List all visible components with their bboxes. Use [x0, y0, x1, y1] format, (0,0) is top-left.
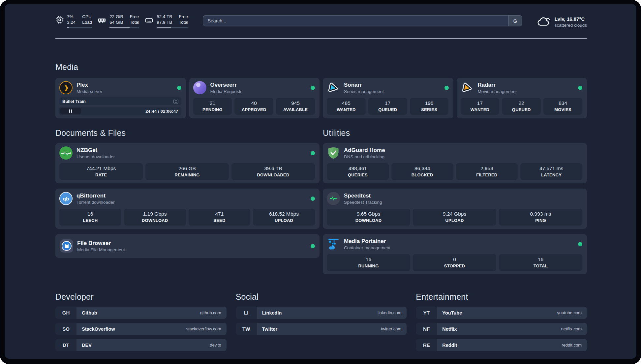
stat-value: 9.24 Gbps — [414, 211, 495, 217]
app-card-plex[interactable]: ❯ Plex Media server Bullet Train 24:44 /… — [55, 78, 186, 118]
stat-tile: 17 QUEUED — [368, 98, 407, 115]
disk-free-value: 52.4 TB — [157, 14, 172, 19]
ram-free-value: 22 GiB — [109, 14, 123, 19]
stat-value: 945 — [277, 100, 314, 106]
ram-icon — [97, 15, 107, 25]
bookmark-link[interactable]: RE Reddit reddit.com — [416, 339, 587, 351]
stat-label: LATENCY — [522, 172, 581, 178]
session-settings-icon[interactable] — [173, 99, 178, 104]
pause-button[interactable] — [60, 108, 81, 114]
stat-value: 1.19 Gbps — [125, 211, 185, 217]
cpu-label: CPU — [82, 14, 92, 19]
search-input[interactable] — [203, 15, 508, 26]
bookmark-url: netflix.com — [561, 326, 582, 331]
stat-tile: 47.571 ms LATENCY — [520, 163, 582, 180]
stat-value: 22 — [503, 100, 539, 106]
stat-label: WANTED — [462, 107, 498, 112]
disk-free-label: Free — [179, 14, 188, 19]
bookmark-name: Netflix — [442, 326, 457, 332]
bookmark-abbr: LI — [236, 307, 257, 319]
stat-tile: 9.24 Gbps UPLOAD — [413, 209, 496, 226]
stat-label: APPROVED — [236, 107, 272, 112]
bookmark-name: Github — [82, 310, 97, 316]
bookmark-abbr: SO — [55, 323, 76, 335]
social-section: Social LI LinkedIn linkedin.com TW Twitt… — [236, 292, 407, 351]
app-card-filebrowser[interactable]: File Browser Media File Management — [55, 234, 320, 258]
stat-value: 2,953 — [457, 165, 517, 172]
app-card-overseerr[interactable]: Overseerr Media Requests 21 PENDING 40 A… — [189, 78, 320, 118]
stat-value: 17 — [370, 100, 406, 106]
section-title-utilities: Utilities — [323, 128, 587, 138]
status-dot — [311, 244, 315, 248]
disk-total-label: Total — [179, 19, 188, 25]
stat-tile: 16 RUNNING — [327, 254, 410, 271]
bookmark-link[interactable]: DT DEV dev.to — [55, 339, 227, 351]
app-name: Media Portainer — [344, 238, 575, 245]
dashboard-panel: 7%3.24 CPULoad 22 GiB64 GiB — [5, 4, 636, 359]
stat-value: 498,461 — [328, 165, 387, 172]
weather-condition: scattered clouds — [555, 22, 587, 28]
stat-tiles: 9.65 Gbps DOWNLOAD 9.24 Gbps UPLOAD 0.99… — [327, 209, 582, 226]
stat-value: 9.65 Gbps — [328, 211, 409, 217]
entertainment-section: Entertainment YT YouTube youtube.com NF … — [416, 292, 587, 351]
stat-value: 618.52 Mbps — [254, 211, 314, 217]
bookmark-link[interactable]: SO StackOverflow stackoverflow.com — [55, 323, 227, 335]
speedtest-icon — [327, 192, 340, 205]
app-name: Sonarr — [344, 81, 442, 88]
ram-total-value: 64 GiB — [109, 19, 123, 25]
app-description: Torrent downloader — [76, 199, 308, 205]
status-dot — [311, 86, 315, 90]
app-name: NZBGet — [76, 147, 308, 154]
bookmark-link[interactable]: NF Netflix netflix.com — [416, 323, 587, 335]
cpu-progress-bar — [67, 27, 92, 28]
stat-tile: 21 PENDING — [193, 98, 232, 115]
bookmark-link[interactable]: TW Twitter twitter.com — [236, 323, 407, 335]
cpu-stat: 7%3.24 CPULoad — [55, 14, 92, 28]
stat-tiles: 21 PENDING 40 APPROVED 945 AVAILABLE — [193, 98, 315, 115]
app-card-radarr[interactable]: Radarr Movie management 17 WANTED 22 QUE… — [457, 78, 587, 118]
app-description: Media File Management — [77, 247, 308, 253]
status-dot — [311, 151, 315, 155]
bookmark-name: DEV — [82, 343, 92, 348]
app-card-speedtest[interactable]: Speedtest Speedtest Tracking 9.65 Gbps D… — [323, 189, 587, 229]
section-title-entertainment: Entertainment — [416, 292, 587, 302]
ram-stat: 22 GiB64 GiB FreeTotal — [97, 14, 139, 28]
stat-value: 0 — [414, 256, 495, 263]
stat-value: 16 — [328, 256, 409, 263]
app-description: Container management — [344, 245, 575, 251]
bookmark-url: dev.to — [210, 343, 221, 348]
entertainment-bookmarks: YT YouTube youtube.com NF Netflix netfli… — [416, 307, 587, 351]
filebrowser-icon — [60, 239, 73, 253]
stat-tile: 945 AVAILABLE — [276, 98, 315, 115]
stat-label: DOWNLOAD — [125, 218, 185, 223]
app-card-sonarr[interactable]: Sonarr Series management 485 WANTED 17 Q… — [323, 78, 453, 118]
search-provider-button[interactable]: G — [508, 15, 522, 26]
search-bar[interactable]: G — [203, 15, 522, 26]
app-description: Speedtest Tracking — [344, 199, 582, 205]
app-card-adguard[interactable]: AdGuard Home DNS and adblocking 498,461 … — [323, 143, 587, 183]
window-frame: 7%3.24 CPULoad 22 GiB64 GiB — [0, 0, 641, 364]
bookmark-link[interactable]: GH Github github.com — [55, 307, 227, 319]
stat-tile: 22 QUEUED — [502, 98, 541, 115]
stat-tiles: 498,461 QUERIES 86,384 BLOCKED 2,953 FIL… — [327, 163, 582, 180]
cpu-icon — [55, 15, 64, 24]
stat-label: SEED — [190, 218, 249, 223]
bookmark-url: github.com — [200, 310, 221, 315]
section-title-media: Media — [55, 62, 587, 72]
stat-label: QUEUED — [503, 107, 539, 112]
stat-tile: 196 SERIES — [410, 98, 449, 115]
disk-icon — [144, 15, 154, 25]
app-description: Media Requests — [210, 89, 308, 94]
bookmark-link[interactable]: YT YouTube youtube.com — [416, 307, 587, 319]
stat-tile: 39.6 TB DOWNLOADED — [231, 163, 315, 180]
media-card-grid: ❯ Plex Media server Bullet Train 24:44 /… — [55, 78, 587, 118]
app-card-nzbget[interactable]: nzbget NZBGet Usenet downloader 744.21 M… — [55, 143, 320, 183]
stat-label: PING — [500, 218, 581, 223]
bookmark-link[interactable]: LI LinkedIn linkedin.com — [236, 307, 407, 319]
app-card-portainer[interactable]: Media Portainer Container management 16 … — [323, 234, 587, 274]
social-bookmarks: LI LinkedIn linkedin.com TW Twitter twit… — [236, 307, 407, 335]
stat-value: 196 — [411, 100, 447, 106]
app-card-qbittorrent[interactable]: qb qBittorrent Torrent downloader 16 LEE… — [55, 189, 320, 229]
stat-value: 21 — [195, 100, 231, 106]
developer-section: Developer GH Github github.com SO StackO… — [55, 292, 227, 351]
